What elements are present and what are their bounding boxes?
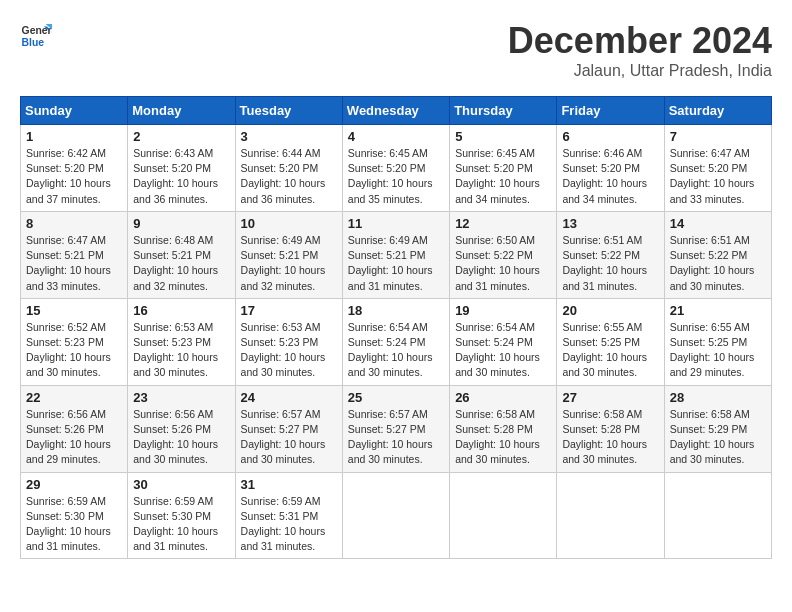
calendar-cell: 4 Sunrise: 6:45 AM Sunset: 5:20 PM Dayli… [342, 125, 449, 212]
calendar-cell [450, 472, 557, 559]
day-number: 21 [670, 303, 766, 318]
calendar-cell [342, 472, 449, 559]
day-number: 10 [241, 216, 337, 231]
day-info: Sunrise: 6:50 AM Sunset: 5:22 PM Dayligh… [455, 233, 551, 294]
calendar-cell: 29 Sunrise: 6:59 AM Sunset: 5:30 PM Dayl… [21, 472, 128, 559]
day-info: Sunrise: 6:47 AM Sunset: 5:20 PM Dayligh… [670, 146, 766, 207]
weekday-header: Thursday [450, 97, 557, 125]
day-number: 18 [348, 303, 444, 318]
calendar-cell: 15 Sunrise: 6:52 AM Sunset: 5:23 PM Dayl… [21, 298, 128, 385]
day-info: Sunrise: 6:57 AM Sunset: 5:27 PM Dayligh… [348, 407, 444, 468]
day-info: Sunrise: 6:46 AM Sunset: 5:20 PM Dayligh… [562, 146, 658, 207]
day-number: 31 [241, 477, 337, 492]
calendar-cell [664, 472, 771, 559]
day-number: 15 [26, 303, 122, 318]
day-info: Sunrise: 6:56 AM Sunset: 5:26 PM Dayligh… [26, 407, 122, 468]
day-number: 23 [133, 390, 229, 405]
calendar-cell: 17 Sunrise: 6:53 AM Sunset: 5:23 PM Dayl… [235, 298, 342, 385]
calendar-cell: 6 Sunrise: 6:46 AM Sunset: 5:20 PM Dayli… [557, 125, 664, 212]
calendar-cell: 25 Sunrise: 6:57 AM Sunset: 5:27 PM Dayl… [342, 385, 449, 472]
day-info: Sunrise: 6:54 AM Sunset: 5:24 PM Dayligh… [348, 320, 444, 381]
day-info: Sunrise: 6:59 AM Sunset: 5:31 PM Dayligh… [241, 494, 337, 555]
day-info: Sunrise: 6:52 AM Sunset: 5:23 PM Dayligh… [26, 320, 122, 381]
day-number: 13 [562, 216, 658, 231]
weekday-header: Wednesday [342, 97, 449, 125]
day-number: 16 [133, 303, 229, 318]
day-number: 3 [241, 129, 337, 144]
calendar-cell: 1 Sunrise: 6:42 AM Sunset: 5:20 PM Dayli… [21, 125, 128, 212]
day-number: 29 [26, 477, 122, 492]
calendar-cell: 9 Sunrise: 6:48 AM Sunset: 5:21 PM Dayli… [128, 211, 235, 298]
calendar-cell: 27 Sunrise: 6:58 AM Sunset: 5:28 PM Dayl… [557, 385, 664, 472]
month-title: December 2024 [508, 20, 772, 62]
weekday-header: Sunday [21, 97, 128, 125]
calendar-cell: 28 Sunrise: 6:58 AM Sunset: 5:29 PM Dayl… [664, 385, 771, 472]
day-number: 27 [562, 390, 658, 405]
day-info: Sunrise: 6:51 AM Sunset: 5:22 PM Dayligh… [670, 233, 766, 294]
day-number: 26 [455, 390, 551, 405]
day-info: Sunrise: 6:42 AM Sunset: 5:20 PM Dayligh… [26, 146, 122, 207]
day-number: 5 [455, 129, 551, 144]
calendar-cell: 16 Sunrise: 6:53 AM Sunset: 5:23 PM Dayl… [128, 298, 235, 385]
day-number: 7 [670, 129, 766, 144]
calendar-cell: 14 Sunrise: 6:51 AM Sunset: 5:22 PM Dayl… [664, 211, 771, 298]
calendar-cell: 2 Sunrise: 6:43 AM Sunset: 5:20 PM Dayli… [128, 125, 235, 212]
calendar-cell: 8 Sunrise: 6:47 AM Sunset: 5:21 PM Dayli… [21, 211, 128, 298]
page-header: General Blue December 2024 Jalaun, Uttar… [20, 20, 772, 80]
calendar-week-row: 22 Sunrise: 6:56 AM Sunset: 5:26 PM Dayl… [21, 385, 772, 472]
day-info: Sunrise: 6:54 AM Sunset: 5:24 PM Dayligh… [455, 320, 551, 381]
calendar-cell: 3 Sunrise: 6:44 AM Sunset: 5:20 PM Dayli… [235, 125, 342, 212]
calendar-cell: 18 Sunrise: 6:54 AM Sunset: 5:24 PM Dayl… [342, 298, 449, 385]
day-number: 25 [348, 390, 444, 405]
day-number: 6 [562, 129, 658, 144]
title-block: December 2024 Jalaun, Uttar Pradesh, Ind… [508, 20, 772, 80]
day-info: Sunrise: 6:43 AM Sunset: 5:20 PM Dayligh… [133, 146, 229, 207]
calendar-week-row: 15 Sunrise: 6:52 AM Sunset: 5:23 PM Dayl… [21, 298, 772, 385]
calendar-week-row: 29 Sunrise: 6:59 AM Sunset: 5:30 PM Dayl… [21, 472, 772, 559]
day-number: 19 [455, 303, 551, 318]
day-number: 28 [670, 390, 766, 405]
day-info: Sunrise: 6:51 AM Sunset: 5:22 PM Dayligh… [562, 233, 658, 294]
logo: General Blue [20, 20, 52, 52]
day-info: Sunrise: 6:58 AM Sunset: 5:28 PM Dayligh… [562, 407, 658, 468]
weekday-header: Friday [557, 97, 664, 125]
day-number: 8 [26, 216, 122, 231]
calendar-cell: 30 Sunrise: 6:59 AM Sunset: 5:30 PM Dayl… [128, 472, 235, 559]
day-info: Sunrise: 6:49 AM Sunset: 5:21 PM Dayligh… [241, 233, 337, 294]
day-info: Sunrise: 6:45 AM Sunset: 5:20 PM Dayligh… [455, 146, 551, 207]
day-info: Sunrise: 6:57 AM Sunset: 5:27 PM Dayligh… [241, 407, 337, 468]
location: Jalaun, Uttar Pradesh, India [508, 62, 772, 80]
weekday-header: Monday [128, 97, 235, 125]
day-info: Sunrise: 6:48 AM Sunset: 5:21 PM Dayligh… [133, 233, 229, 294]
day-info: Sunrise: 6:55 AM Sunset: 5:25 PM Dayligh… [670, 320, 766, 381]
day-info: Sunrise: 6:47 AM Sunset: 5:21 PM Dayligh… [26, 233, 122, 294]
day-number: 22 [26, 390, 122, 405]
day-info: Sunrise: 6:59 AM Sunset: 5:30 PM Dayligh… [26, 494, 122, 555]
day-number: 24 [241, 390, 337, 405]
day-number: 11 [348, 216, 444, 231]
day-number: 30 [133, 477, 229, 492]
calendar-cell: 5 Sunrise: 6:45 AM Sunset: 5:20 PM Dayli… [450, 125, 557, 212]
weekday-header-row: SundayMondayTuesdayWednesdayThursdayFrid… [21, 97, 772, 125]
calendar-cell: 10 Sunrise: 6:49 AM Sunset: 5:21 PM Dayl… [235, 211, 342, 298]
day-number: 1 [26, 129, 122, 144]
day-info: Sunrise: 6:55 AM Sunset: 5:25 PM Dayligh… [562, 320, 658, 381]
day-number: 9 [133, 216, 229, 231]
calendar-cell: 19 Sunrise: 6:54 AM Sunset: 5:24 PM Dayl… [450, 298, 557, 385]
calendar-cell: 22 Sunrise: 6:56 AM Sunset: 5:26 PM Dayl… [21, 385, 128, 472]
day-info: Sunrise: 6:45 AM Sunset: 5:20 PM Dayligh… [348, 146, 444, 207]
calendar-week-row: 1 Sunrise: 6:42 AM Sunset: 5:20 PM Dayli… [21, 125, 772, 212]
calendar-cell: 31 Sunrise: 6:59 AM Sunset: 5:31 PM Dayl… [235, 472, 342, 559]
calendar-cell [557, 472, 664, 559]
day-info: Sunrise: 6:59 AM Sunset: 5:30 PM Dayligh… [133, 494, 229, 555]
day-number: 2 [133, 129, 229, 144]
weekday-header: Tuesday [235, 97, 342, 125]
calendar-cell: 26 Sunrise: 6:58 AM Sunset: 5:28 PM Dayl… [450, 385, 557, 472]
calendar-cell: 11 Sunrise: 6:49 AM Sunset: 5:21 PM Dayl… [342, 211, 449, 298]
logo-icon: General Blue [20, 20, 52, 52]
day-info: Sunrise: 6:53 AM Sunset: 5:23 PM Dayligh… [241, 320, 337, 381]
day-info: Sunrise: 6:58 AM Sunset: 5:29 PM Dayligh… [670, 407, 766, 468]
calendar-week-row: 8 Sunrise: 6:47 AM Sunset: 5:21 PM Dayli… [21, 211, 772, 298]
day-number: 14 [670, 216, 766, 231]
calendar-cell: 20 Sunrise: 6:55 AM Sunset: 5:25 PM Dayl… [557, 298, 664, 385]
